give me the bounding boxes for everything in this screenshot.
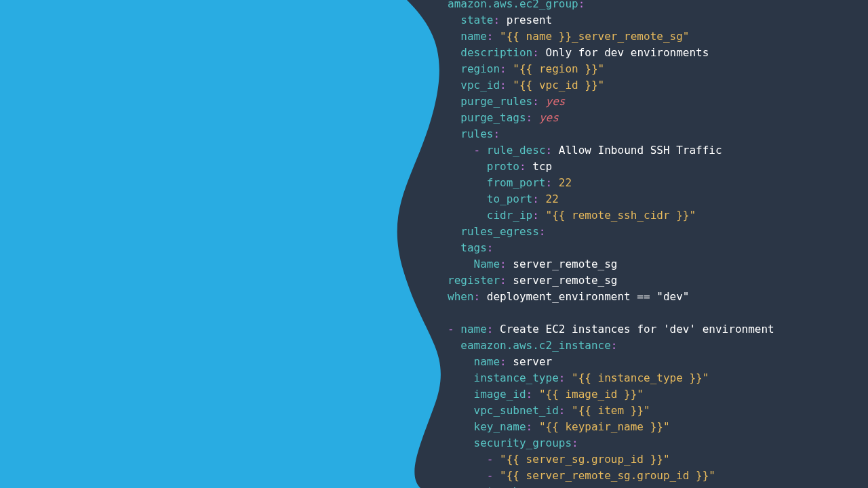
code-block: amazon.aws.ec2_group: state: present nam…	[448, 0, 854, 488]
slide-footer: Ansible	[54, 428, 127, 455]
slide-title: Create an AWS EC2 Instance	[53, 136, 294, 310]
marker-underline-icon	[54, 371, 298, 399]
slide-stage: amazon.aws.ec2_group: state: present nam…	[0, 0, 868, 488]
code-panel: amazon.aws.ec2_group: state: present nam…	[414, 0, 868, 488]
slide-subheading: Amazon Web Services	[54, 73, 294, 102]
title-line-2: AWS EC2	[53, 192, 294, 253]
title-line-1: Create an	[53, 134, 294, 195]
title-line-3: Instance	[53, 250, 268, 312]
